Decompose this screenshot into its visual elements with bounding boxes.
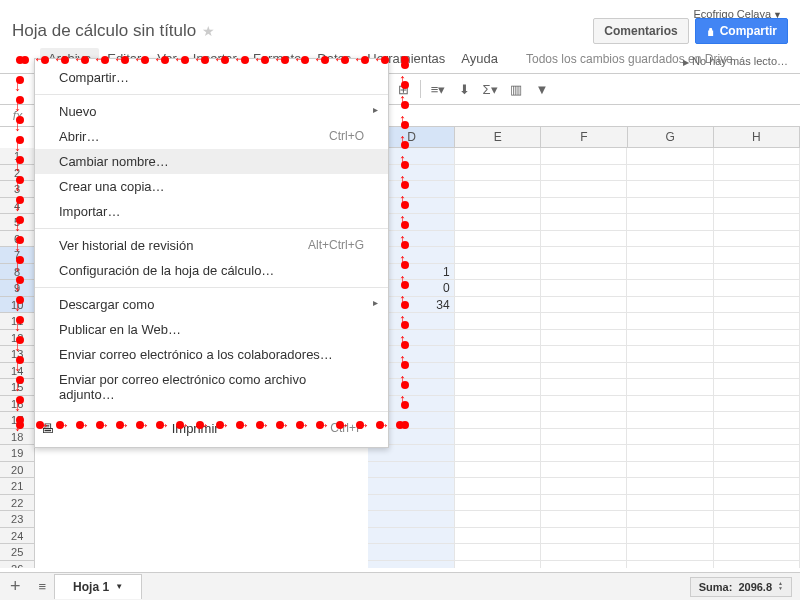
cell[interactable]	[455, 561, 541, 569]
cell[interactable]	[714, 181, 800, 198]
menu-copy[interactable]: Crear una copia…	[35, 174, 388, 199]
cell[interactable]	[714, 313, 800, 330]
cell[interactable]	[627, 528, 713, 545]
cell[interactable]	[455, 511, 541, 528]
cell[interactable]	[627, 297, 713, 314]
cell[interactable]	[541, 412, 627, 429]
cell[interactable]	[368, 511, 454, 528]
cell[interactable]	[627, 181, 713, 198]
row-header[interactable]: 11	[0, 313, 35, 330]
cell[interactable]	[455, 231, 541, 248]
cell[interactable]	[627, 165, 713, 182]
row-header[interactable]: 22	[0, 495, 35, 512]
menu-rename[interactable]: Cambiar nombre…	[35, 149, 388, 174]
cell[interactable]	[455, 544, 541, 561]
cell[interactable]	[714, 264, 800, 281]
cell[interactable]	[541, 148, 627, 165]
cell[interactable]	[627, 445, 713, 462]
row-header[interactable]: 25	[0, 544, 35, 561]
cell[interactable]	[627, 148, 713, 165]
cell[interactable]	[714, 495, 800, 512]
col-header[interactable]: H	[714, 127, 800, 147]
cell[interactable]	[627, 379, 713, 396]
menu-ayuda[interactable]: Ayuda	[453, 48, 506, 69]
cell[interactable]	[541, 231, 627, 248]
cell[interactable]	[455, 379, 541, 396]
cell[interactable]	[455, 148, 541, 165]
cell[interactable]	[541, 478, 627, 495]
cell[interactable]	[714, 346, 800, 363]
cell[interactable]	[714, 561, 800, 569]
row-header[interactable]: 15	[0, 379, 35, 396]
cell[interactable]	[714, 462, 800, 479]
cell[interactable]	[714, 214, 800, 231]
cell[interactable]	[627, 561, 713, 569]
row-header[interactable]: 16	[0, 396, 35, 413]
filter-icon[interactable]: ▼	[531, 78, 553, 100]
row-header[interactable]: 13	[0, 346, 35, 363]
cell[interactable]	[541, 511, 627, 528]
cell[interactable]	[541, 330, 627, 347]
cell[interactable]	[541, 214, 627, 231]
cell[interactable]	[455, 445, 541, 462]
star-icon[interactable]: ★	[202, 23, 215, 39]
cell[interactable]	[627, 198, 713, 215]
row-header[interactable]: 3	[0, 181, 35, 198]
cell[interactable]	[541, 346, 627, 363]
cell[interactable]	[541, 528, 627, 545]
cell[interactable]	[714, 231, 800, 248]
cell[interactable]	[714, 165, 800, 182]
menu-import[interactable]: Importar…	[35, 199, 388, 224]
cell[interactable]	[714, 511, 800, 528]
cell[interactable]	[455, 247, 541, 264]
menu-history[interactable]: Ver historial de revisiónAlt+Ctrl+G	[35, 233, 388, 258]
cell[interactable]	[541, 181, 627, 198]
cell[interactable]	[714, 247, 800, 264]
cell[interactable]	[541, 313, 627, 330]
cell[interactable]	[627, 462, 713, 479]
cell[interactable]	[714, 330, 800, 347]
cell[interactable]	[627, 247, 713, 264]
row-header[interactable]: 24	[0, 528, 35, 545]
col-header[interactable]: G	[628, 127, 714, 147]
cell[interactable]	[714, 412, 800, 429]
cell[interactable]	[541, 495, 627, 512]
menu-open[interactable]: Abrir…Ctrl+O	[35, 124, 388, 149]
row-header[interactable]: 8	[0, 264, 35, 281]
cell[interactable]	[627, 264, 713, 281]
add-sheet-button[interactable]: +	[0, 576, 31, 597]
cell[interactable]	[541, 379, 627, 396]
cell[interactable]	[714, 445, 800, 462]
comments-button[interactable]: Comentarios	[593, 18, 688, 44]
row-header[interactable]: 6	[0, 231, 35, 248]
cell[interactable]	[714, 379, 800, 396]
cell[interactable]	[368, 462, 454, 479]
cell[interactable]	[541, 429, 627, 446]
row-header[interactable]: 1	[0, 148, 35, 165]
menu-config[interactable]: Configuración de la hoja de cálculo…	[35, 258, 388, 283]
cell[interactable]	[627, 478, 713, 495]
cell[interactable]	[368, 478, 454, 495]
cell[interactable]	[627, 313, 713, 330]
cell[interactable]	[714, 429, 800, 446]
row-header[interactable]: 18	[0, 429, 35, 446]
cell[interactable]	[627, 363, 713, 380]
row-header[interactable]: 9	[0, 280, 35, 297]
cell[interactable]	[627, 495, 713, 512]
cell[interactable]	[541, 561, 627, 569]
cell[interactable]	[455, 214, 541, 231]
cell[interactable]	[541, 544, 627, 561]
cell[interactable]	[455, 198, 541, 215]
cell[interactable]	[627, 412, 713, 429]
sheet-tab[interactable]: Hoja 1▼	[54, 574, 142, 599]
row-header[interactable]: 2	[0, 165, 35, 182]
wrap-icon[interactable]: ⬇	[453, 78, 475, 100]
cell[interactable]	[541, 247, 627, 264]
row-header[interactable]: 4	[0, 198, 35, 215]
cell[interactable]	[455, 330, 541, 347]
col-header[interactable]: E	[455, 127, 541, 147]
cell[interactable]	[368, 528, 454, 545]
cell[interactable]	[714, 297, 800, 314]
cell[interactable]	[455, 280, 541, 297]
more-readers[interactable]: ▶ No hay más lecto…	[683, 55, 788, 67]
